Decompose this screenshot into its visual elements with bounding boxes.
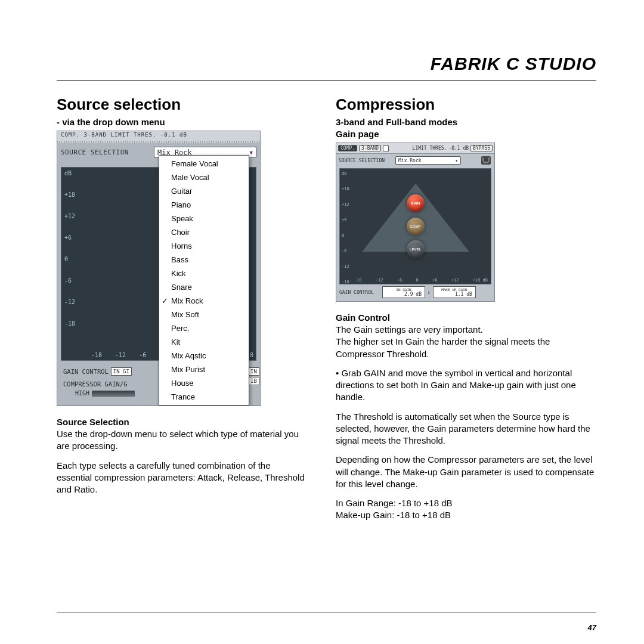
comp-knob[interactable]: COMP (407, 218, 425, 236)
ytick: +12 (342, 202, 349, 207)
dropdown-item[interactable]: Speak (159, 212, 249, 225)
x-ticks: -18 -12 -6 (91, 352, 146, 358)
dropdown-item[interactable]: Mix Purist (159, 363, 249, 376)
ib-clip: IB (248, 377, 259, 385)
gain-page-screenshot: COMP. 3-BAND LIMIT THRES. -0.1 dB BYPASS… (336, 143, 495, 302)
page-title: FABRIK C STUDIO (57, 54, 596, 74)
dropdown-item[interactable]: House (159, 376, 249, 390)
ytick: -18 (342, 280, 349, 284)
gc-body-1: The Gain settings are very important. (336, 324, 596, 336)
xtick: +18 dB (473, 278, 488, 283)
compression-sub2: Gain page (336, 129, 596, 139)
x2-ticks: -18 -12 -6 0 +6 +12 +18 dB (354, 278, 488, 283)
comp-chip[interactable]: COMP. (338, 145, 357, 151)
xtick: -18 (91, 352, 102, 358)
dropdown-item[interactable]: Snare (159, 280, 249, 294)
ytick: -12 (64, 299, 75, 305)
makeup-gain-readout[interactable]: MAKE UP GAIN 1.1 dB (433, 286, 476, 298)
bottom-rule (57, 612, 596, 612)
dropdown-item[interactable]: Horns (159, 239, 249, 253)
ytick: +18 (342, 187, 349, 191)
gain-knob[interactable]: GAIN (407, 194, 425, 212)
limit-value: -0.1 dB (448, 145, 469, 151)
bypass-button[interactable]: BYPASS (470, 145, 493, 151)
src-value-2: Mix Rock (398, 158, 422, 163)
source-selection-heading: Source selection (57, 95, 306, 114)
xtick: -12 (115, 352, 126, 358)
xtick: +12 (451, 278, 459, 283)
gc-body-5: Depending on how the Compressor paramete… (336, 454, 596, 490)
xtick: -6 (397, 278, 402, 283)
band-chip[interactable]: 3-BAND (359, 145, 381, 151)
makeup-value: 1.1 dB (436, 292, 472, 297)
y-ticks: dB +18 +12 +6 0 -6 -12 -18 (64, 171, 75, 327)
in-gain-value: 2.9 dB (386, 292, 422, 297)
gain-control-row: GAIN CONTROL IN GI IN IB (63, 367, 132, 376)
gc-body-6: In Gain Range: -18 to +18 dB (336, 497, 596, 509)
gc-body-2: The higher set In Gain the harder the si… (336, 336, 596, 360)
page-number: 47 (588, 623, 596, 632)
headphone-icon (481, 156, 491, 165)
high-label: HIGH (75, 390, 89, 397)
src-dropdown-2[interactable]: Mix Rock ▾ (395, 156, 461, 165)
dropdown-item[interactable]: Mix Soft (159, 308, 249, 321)
source-selection-body1: Use the drop-down menu to select which t… (57, 428, 306, 453)
source-row-2: SOURCE SELECTION Mix Rock ▾ (336, 154, 494, 167)
dropdown-item[interactable]: Choir (159, 225, 249, 239)
high-meter (92, 391, 135, 397)
right-column: Compression 3-band and Full-band modes G… (336, 95, 596, 529)
gc-body-3: • Grab GAIN and move the symbol in verti… (336, 367, 596, 404)
ytick: dB (342, 171, 349, 176)
dropdown-item[interactable]: Mix Aqstic (159, 349, 249, 363)
gain-control-sub: Gain Control (336, 312, 596, 323)
ytick: -6 (342, 249, 349, 253)
high-row: HIGH (75, 390, 135, 397)
dropdown-item[interactable]: Kick (159, 267, 249, 280)
in-gain-label: IN GAIN (386, 287, 422, 292)
ytick: -18 (64, 321, 75, 327)
limit-label: LIMIT THRES. (413, 145, 447, 151)
dropdown-item[interactable]: Mix Rock (159, 294, 249, 308)
ytick: 0 (64, 256, 75, 262)
dropdown-item[interactable]: Male Vocal (159, 171, 249, 184)
gc-body-7: Make-up Gain: -18 to +18 dB (336, 509, 596, 521)
in-gain-clip: IN GI (111, 367, 132, 376)
xtick: +6 (432, 278, 437, 283)
src-label-2: SOURCE SELECTION (339, 158, 394, 163)
source-selection-label: SOURCE SELECTION (61, 148, 150, 156)
dropdown-arrow-icon: ▼ (250, 150, 253, 156)
dropdown-item[interactable]: Guitar (159, 184, 249, 198)
dropdown-item[interactable]: Perc. (159, 321, 249, 335)
dropdown-item[interactable]: Trance (159, 390, 249, 404)
dropdown-open-list[interactable]: Female VocalMale VocalGuitarPianoSpeakCh… (159, 155, 249, 405)
compression-heading: Compression (336, 95, 596, 114)
dropdown-item[interactable]: Piano (159, 198, 249, 212)
source-selection-body-sub: Source Selection (57, 417, 306, 427)
gain-control-label: GAIN CONTROL (63, 368, 109, 375)
compressor-gain-row: COMPRESSOR GAIN/G (63, 380, 127, 388)
level-knob[interactable]: LEVEL (407, 240, 425, 258)
band-checkbox[interactable] (383, 145, 389, 151)
xtick: -12 (376, 278, 383, 283)
dropdown-item[interactable]: Kit (159, 335, 249, 349)
top-rule (57, 80, 596, 80)
in-gain-readout[interactable]: IN GAIN 2.9 dB (382, 286, 425, 298)
compression-sub1: 3-band and Full-band modes (336, 117, 596, 127)
dropdown-item[interactable]: Female Vocal (159, 157, 249, 171)
ytick: -12 (342, 264, 349, 269)
makeup-label: MAKE UP GAIN (436, 287, 472, 292)
dropdown-arrow-icon: ▾ (455, 158, 458, 163)
ytick: +6 (342, 218, 349, 222)
gain-topbar: COMP. 3-BAND LIMIT THRES. -0.1 dB BYPASS (336, 143, 494, 154)
link-icon: ⇕ (428, 290, 431, 295)
y2-ticks: dB +18 +12 +6 0 -6 -12 -18 (342, 171, 349, 284)
in-clip: IN (248, 367, 259, 376)
gc-body-4: The Threshold is automatically set when … (336, 411, 596, 447)
ytick: -6 (64, 278, 75, 284)
source-selection-sub: - via the drop down menu (57, 117, 306, 127)
ytick: +18 (64, 192, 75, 198)
source-selection-body2: Each type selects a carefully tuned comb… (57, 460, 306, 496)
gain-graph[interactable]: dB +18 +12 +6 0 -6 -12 -18 -18 -12 -6 0 (339, 168, 491, 284)
ytick: +12 (64, 213, 75, 219)
dropdown-item[interactable]: Bass (159, 253, 249, 267)
